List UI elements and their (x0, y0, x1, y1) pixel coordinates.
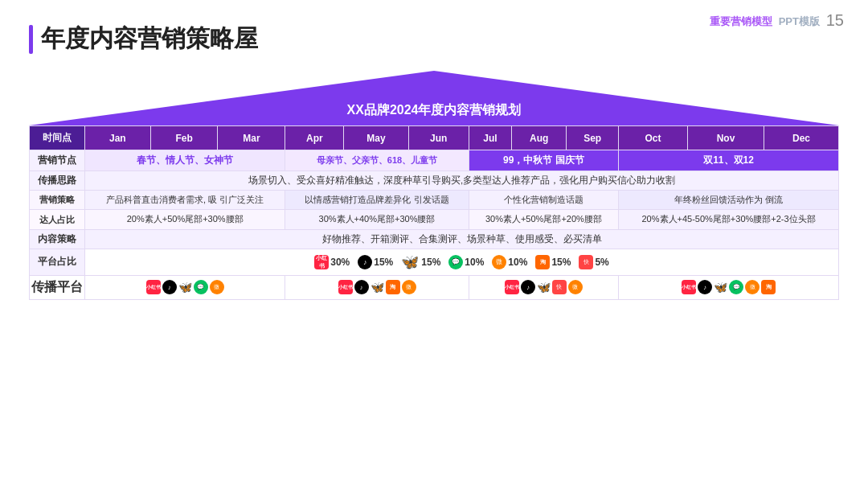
bc2-xhs: 小红书 (338, 280, 353, 294)
broadcast-group3: 小红书 ♪ 🦋 快 微 (469, 275, 618, 299)
header-sep: Sep (567, 126, 619, 150)
douyin-ratio: 15% (374, 257, 393, 268)
top-label: 重要营销模型 PPT模版 (710, 14, 820, 29)
kuaishou-ratio: 5% (595, 257, 608, 268)
bc4-wb: 微 (745, 280, 760, 294)
taobao-icon: 淘 (535, 255, 550, 269)
wechat-ratio: 10% (465, 257, 484, 268)
label-ppt: PPT模版 (779, 15, 820, 27)
broadcast-platform-row: 传播平台 小红书 ♪ 🦋 💬 微 小红书 ♪ � (30, 275, 839, 299)
bc4-xhs: 小红书 (682, 280, 696, 294)
header-may: May (344, 126, 409, 150)
communication-content: 场景切入、受众喜好精准触达，深度种草引导购买,多类型达人推荐产品，强化用户购买信… (85, 171, 839, 191)
roof: XX品牌2024年度内容营销规划 (29, 71, 839, 125)
strategy-col4: 年终粉丝回馈活动作为 倒流 (619, 191, 839, 210)
broadcast-group4: 小红书 ♪ 🦋 💬 微 淘 (619, 275, 839, 299)
bc1-xhs: 小红书 (146, 280, 161, 294)
marketing-spring: 春节、情人节、女神节 (85, 150, 285, 171)
header-apr: Apr (285, 126, 344, 150)
broadcast-label: 传播平台 (30, 275, 85, 299)
broadcast-group1: 小红书 ♪ 🦋 💬 微 (85, 275, 285, 299)
weibo-icon: 微 (492, 255, 506, 269)
header-row: 时间点 Jan Feb Mar Apr May Jun Jul Aug Sep … (30, 126, 839, 150)
influencer-col2: 30%素人+40%尾部+30%腰部 (285, 210, 469, 229)
broadcast-icons-1: 小红书 ♪ 🦋 💬 微 (87, 280, 283, 294)
marketing-nodes-label: 营销节点 (30, 150, 85, 171)
marketing-double: 双11、双12 (619, 150, 839, 171)
page-number: 15 (826, 11, 844, 30)
broadcast-group2: 小红书 ♪ 🦋 淘 微 (285, 275, 469, 299)
bc3-ks: 快 (552, 280, 567, 294)
marketing-nodes-row: 营销节点 春节、情人节、女神节 母亲节、父亲节、618、儿童节 99，中秋节 国… (30, 150, 839, 171)
influencer-col4: 20%素人+45-50%尾部+30%腰部+2-3位头部 (619, 210, 839, 229)
header-aug: Aug (512, 126, 567, 150)
douyin-icon: ♪ (358, 255, 372, 269)
strategy-col2: 以情感营销打造品牌差异化 引发话题 (285, 191, 469, 210)
strategy-table: 时间点 Jan Feb Mar Apr May Jun Jul Aug Sep … (29, 125, 839, 300)
strategy-label: 营销策略 (30, 191, 85, 210)
bc2-dy: ♪ (354, 280, 369, 294)
taobao-ratio: 15% (551, 257, 571, 268)
weibo-ratio: 10% (508, 257, 527, 268)
bc4-wc: 💬 (729, 280, 743, 294)
communication-label: 传播思路 (30, 171, 85, 191)
influencer-col1: 20%素人+50%尾部+30%腰部 (85, 210, 285, 229)
strategy-col3: 个性化营销制造话题 (469, 191, 618, 210)
header-feb: Feb (150, 126, 218, 150)
bc4-dy: ♪ (698, 280, 712, 294)
roof-title: XX品牌2024年度内容营销规划 (347, 102, 522, 125)
bc3-dy: ♪ (521, 280, 535, 294)
strategy-row: 营销策略 产品科普直击消费者需求, 吸 引广泛关注 以情感营销打造品牌差异化 引… (30, 191, 839, 210)
broadcast-icons-2: 小红书 ♪ 🦋 淘 微 (287, 280, 466, 294)
header-nov: Nov (688, 126, 764, 150)
header-oct: Oct (619, 126, 688, 150)
platform-ratio-label: 平台占比 (30, 249, 85, 275)
header-dec: Dec (764, 126, 839, 150)
influencer-row: 达人占比 20%素人+50%尾部+30%腰部 30%素人+40%尾部+30%腰部… (30, 210, 839, 229)
marketing-618: 母亲节、父亲节、618、儿童节 (285, 150, 469, 171)
header-mar: Mar (218, 126, 285, 150)
bc2-wb: 微 (402, 280, 416, 294)
xiaohongshu-icon: 小红书 (314, 255, 329, 269)
influencer-label: 达人占比 (30, 210, 85, 229)
platform-ratio-row: 平台占比 小红书 30% ♪ 15% 🦋 15% 💬 10% (30, 249, 839, 275)
page-title: 年度内容营销策略屋 (29, 23, 258, 55)
main-container: XX品牌2024年度内容营销规划 时间点 Jan Feb Mar Apr May… (29, 71, 839, 476)
bc3-wb: 微 (568, 280, 583, 294)
platform-ratio-content: 小红书 30% ♪ 15% 🦋 15% 💬 10% 微 10% (85, 249, 839, 275)
label-text: 重要营销模型 (710, 15, 772, 27)
content-content: 好物推荐、开箱测评、合集测评、场景种草、使用感受、必买清单 (85, 229, 839, 249)
bc2-bf: 🦋 (371, 281, 384, 294)
xhs-ratio: 30% (330, 257, 350, 268)
bc1-bf: 🦋 (178, 281, 192, 294)
header-jan: Jan (85, 126, 151, 150)
broadcast-icons-3: 小红书 ♪ 🦋 快 微 (471, 280, 616, 294)
header-jul: Jul (469, 126, 512, 150)
header-jun: Jun (408, 126, 469, 150)
strategy-col1: 产品科普直击消费者需求, 吸 引广泛关注 (85, 191, 285, 210)
content-strategy-row: 内容策略 好物推荐、开箱测评、合集测评、场景种草、使用感受、必买清单 (30, 229, 839, 249)
content-label: 内容策略 (30, 229, 85, 249)
bc3-xhs: 小红书 (505, 280, 519, 294)
influencer-col3: 30%素人+50%尾部+20%腰部 (469, 210, 618, 229)
butterfly-icon: 🦋 (401, 253, 419, 271)
platform-icons-container: 小红书 30% ♪ 15% 🦋 15% 💬 10% 微 10% (88, 253, 835, 271)
marketing-99: 99，中秋节 国庆节 (469, 150, 618, 171)
bc3-bf: 🦋 (537, 281, 551, 294)
bc4-bf: 🦋 (714, 281, 727, 294)
communication-row: 传播思路 场景切入、受众喜好精准触达，深度种草引导购买,多类型达人推荐产品，强化… (30, 171, 839, 191)
bc1-wb: 微 (210, 280, 224, 294)
bc1-wc: 💬 (194, 280, 208, 294)
col-label-header: 时间点 (30, 126, 85, 150)
butterfly-ratio: 15% (421, 257, 440, 268)
wechat-icon: 💬 (448, 255, 463, 269)
bc4-tb: 淘 (761, 280, 776, 294)
bc1-dy: ♪ (162, 280, 177, 294)
bc2-tb: 淘 (386, 280, 400, 294)
broadcast-icons-4: 小红书 ♪ 🦋 💬 微 淘 (620, 280, 837, 294)
kuaishou-icon: 快 (579, 255, 593, 269)
